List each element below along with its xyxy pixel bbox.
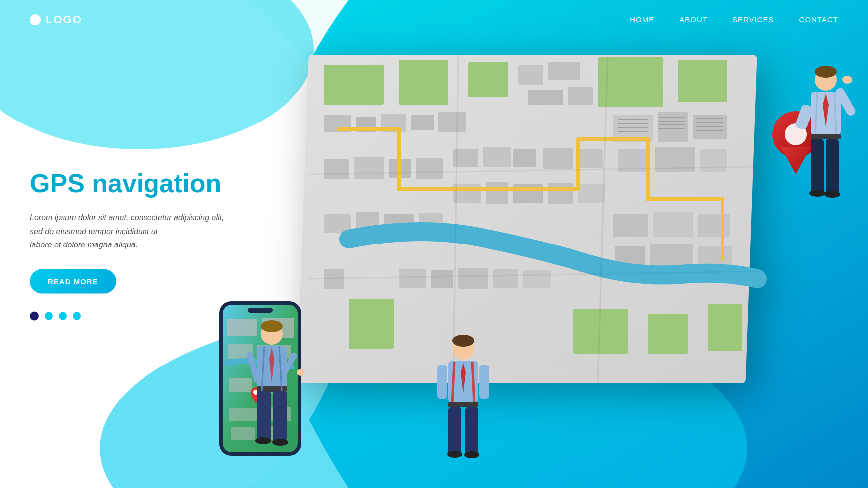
svg-rect-80 bbox=[248, 308, 273, 313]
svg-rect-10 bbox=[349, 299, 394, 349]
svg-point-131 bbox=[842, 76, 852, 84]
nav-item-home[interactable]: HOME bbox=[630, 15, 654, 24]
svg-rect-9 bbox=[678, 60, 727, 102]
svg-rect-56 bbox=[513, 184, 543, 203]
nav-link-contact[interactable]: CONTACT bbox=[799, 15, 838, 24]
svg-rect-54 bbox=[453, 184, 481, 203]
logo-text: LOGO bbox=[46, 13, 82, 26]
svg-rect-48 bbox=[523, 270, 551, 288]
svg-rect-114 bbox=[448, 402, 478, 407]
svg-rect-46 bbox=[458, 268, 488, 289]
svg-rect-5 bbox=[324, 65, 384, 105]
hero-title: GPS navigation bbox=[30, 168, 224, 199]
svg-rect-19 bbox=[518, 65, 543, 85]
svg-point-109 bbox=[452, 335, 474, 347]
hero-content: GPS navigation Lorem ipsum dolor sit ame… bbox=[30, 168, 224, 321]
svg-rect-7 bbox=[468, 62, 508, 97]
svg-point-100 bbox=[255, 437, 271, 444]
nav-item-contact[interactable]: CONTACT bbox=[799, 15, 838, 24]
svg-rect-38 bbox=[653, 212, 693, 237]
pagination-dot-1[interactable] bbox=[30, 311, 39, 320]
svg-point-117 bbox=[447, 451, 462, 458]
svg-rect-20 bbox=[548, 62, 580, 80]
nav-link-about[interactable]: ABOUT bbox=[679, 15, 708, 24]
svg-rect-58 bbox=[578, 184, 605, 203]
svg-rect-52 bbox=[543, 148, 573, 169]
svg-point-129 bbox=[824, 191, 840, 198]
svg-point-101 bbox=[272, 439, 288, 446]
svg-rect-39 bbox=[698, 214, 730, 237]
svg-rect-41 bbox=[650, 244, 693, 266]
pagination-dot-4[interactable] bbox=[73, 312, 81, 320]
svg-rect-42 bbox=[698, 246, 732, 266]
svg-rect-44 bbox=[399, 269, 426, 288]
svg-rect-12 bbox=[648, 314, 688, 354]
svg-point-95 bbox=[261, 320, 283, 332]
hero-description: Lorem ipsum dolor sit amet, consectetur … bbox=[30, 211, 224, 251]
svg-rect-115 bbox=[448, 407, 461, 455]
svg-rect-50 bbox=[483, 147, 511, 167]
person-1 bbox=[239, 319, 304, 468]
svg-rect-30 bbox=[354, 157, 384, 179]
svg-rect-116 bbox=[465, 407, 478, 455]
person-2 bbox=[434, 334, 493, 478]
svg-rect-22 bbox=[568, 87, 593, 105]
svg-rect-98 bbox=[257, 391, 271, 441]
illustration-area bbox=[189, 40, 868, 488]
svg-rect-55 bbox=[486, 182, 508, 204]
svg-rect-51 bbox=[513, 149, 536, 167]
nav-links: HOME ABOUT SERVICES CONTACT bbox=[630, 15, 838, 24]
navbar: LOGO HOME ABOUT SERVICES CONTACT bbox=[0, 0, 868, 40]
svg-point-122 bbox=[815, 66, 837, 78]
logo-dot-icon bbox=[30, 14, 41, 25]
svg-rect-119 bbox=[437, 365, 447, 399]
nav-link-home[interactable]: HOME bbox=[630, 15, 654, 24]
pagination-dots bbox=[30, 311, 224, 320]
svg-rect-47 bbox=[493, 269, 518, 288]
pagination-dot-2[interactable] bbox=[45, 312, 53, 320]
svg-rect-125 bbox=[811, 134, 841, 139]
person-3 bbox=[793, 65, 858, 219]
svg-rect-53 bbox=[578, 149, 603, 168]
svg-rect-29 bbox=[324, 159, 349, 179]
svg-rect-120 bbox=[479, 365, 489, 399]
nav-link-services[interactable]: SERVICES bbox=[732, 15, 774, 24]
svg-rect-18 bbox=[438, 112, 466, 132]
read-more-button[interactable]: READ MORE bbox=[30, 269, 116, 293]
svg-rect-13 bbox=[708, 304, 742, 351]
svg-rect-126 bbox=[811, 139, 824, 194]
nav-item-services[interactable]: SERVICES bbox=[732, 15, 774, 24]
svg-point-128 bbox=[809, 190, 825, 197]
svg-rect-99 bbox=[273, 391, 287, 441]
svg-rect-45 bbox=[431, 270, 453, 288]
svg-rect-37 bbox=[613, 214, 648, 237]
svg-rect-21 bbox=[528, 90, 563, 105]
svg-rect-127 bbox=[826, 139, 839, 194]
svg-rect-32 bbox=[416, 158, 443, 179]
svg-rect-57 bbox=[548, 183, 573, 204]
pagination-dot-3[interactable] bbox=[59, 312, 67, 320]
svg-point-104 bbox=[297, 369, 304, 376]
svg-rect-17 bbox=[411, 115, 434, 130]
svg-point-118 bbox=[464, 451, 479, 458]
nav-item-about[interactable]: ABOUT bbox=[679, 15, 708, 24]
city-map bbox=[299, 50, 772, 398]
logo[interactable]: LOGO bbox=[30, 13, 82, 26]
svg-rect-6 bbox=[399, 60, 448, 105]
